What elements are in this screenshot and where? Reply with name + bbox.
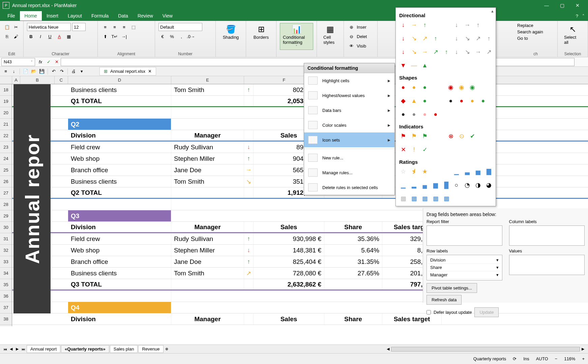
hscrollbar[interactable] (391, 347, 580, 352)
defer-layout-checkbox[interactable] (427, 310, 431, 314)
report-filter-area[interactable] (427, 225, 502, 246)
iconset-3stars[interactable]: ☆⯨★ (399, 168, 450, 176)
close-button[interactable]: ✕ (570, 0, 585, 11)
iconset-5arrows-gray[interactable]: ↓↘→↗↑ (452, 48, 496, 56)
cf-delete-rules[interactable]: Delete rules in selected cells (304, 180, 394, 195)
status-refresh-icon[interactable]: ⟳ (513, 356, 517, 361)
undo-icon[interactable]: ↶ (50, 68, 57, 75)
cf-highest-lowest[interactable]: Highest/lowest values▶ (304, 88, 394, 103)
iconset-5arrows-color[interactable]: ↓↘→↗↑ (399, 48, 450, 56)
format-painter-icon[interactable]: 🖌 (12, 32, 20, 40)
col-C[interactable]: C (55, 76, 68, 84)
visibility-icon[interactable]: 👁 (347, 42, 355, 50)
row-18[interactable]: 18 (0, 84, 12, 96)
iconset-4arrows-color[interactable]: ↓↘↗↑ (399, 34, 450, 42)
cf-highlight-cells[interactable]: Highlight cells▶ (304, 73, 394, 88)
col-E[interactable]: E (171, 76, 244, 84)
menu-layout[interactable]: Layout (63, 11, 87, 21)
new-icon[interactable]: 📄 (22, 68, 29, 75)
cf-new-rule[interactable]: New rule... (304, 150, 394, 165)
tab-first-icon[interactable]: ⏮ (2, 347, 8, 351)
q4-header[interactable]: Q4 (68, 302, 171, 313)
cf-manage-rules[interactable]: Manage rules... (304, 165, 394, 180)
sheet-tab-revenue[interactable]: Revenue (138, 345, 163, 353)
values-area[interactable] (509, 255, 585, 275)
select-all-button[interactable]: ↖ Select all (561, 23, 584, 47)
print-icon[interactable]: 🖨 (70, 68, 77, 75)
row-labels-area[interactable]: Division▾ Share▾ Manager▾ (427, 255, 502, 280)
iconset-3triangles[interactable]: ▼—▲ (399, 61, 450, 69)
open-icon[interactable]: 📂 (30, 68, 37, 75)
tab-prev-icon[interactable]: ◀ (8, 347, 14, 351)
cell-e18[interactable]: Tom Smith (171, 84, 244, 95)
iconset-3symbols-circled[interactable]: ⊗⊙✔ (447, 132, 492, 140)
row-38[interactable]: 38 (0, 313, 12, 325)
col-D[interactable]: D (68, 76, 171, 84)
sort-icon[interactable]: ▾ (78, 68, 85, 75)
goto-link[interactable]: Go to (517, 36, 528, 41)
iconset-3signs[interactable]: ◆▲● (399, 97, 445, 105)
delete-cells-icon[interactable]: ⊖ (347, 32, 355, 40)
cancel-icon[interactable]: ✕ (53, 58, 61, 66)
wrap-text-icon[interactable]: T↵ (111, 32, 119, 40)
cell-d19[interactable]: Q1 TOTAL (68, 96, 171, 106)
toggle-icon[interactable]: ≡ (2, 68, 9, 75)
shading-button[interactable]: 🪣 Shading (219, 23, 242, 41)
pivot-settings-button[interactable]: Pivot table settings... (427, 283, 477, 293)
row-26[interactable]: 26 (0, 176, 12, 187)
highlight-button[interactable]: ▦ (65, 32, 73, 40)
sheet-tab-annual[interactable]: Annual report (27, 345, 60, 353)
conditional-formatting-button[interactable]: 📊 Conditional formatting ˅ (280, 23, 313, 50)
zoom-out-icon[interactable]: − (555, 356, 558, 361)
insert-cells-icon[interactable]: ⊕ (347, 23, 355, 31)
iconset-3flags[interactable]: ⚑⚑⚑ (399, 132, 445, 140)
bold-button[interactable]: B (27, 32, 35, 40)
row-37[interactable]: 37 (0, 302, 12, 313)
cf-color-scales[interactable]: Color scales▶ (304, 118, 394, 132)
align-center-icon[interactable]: ≡ (111, 23, 119, 31)
minimize-button[interactable]: — (539, 0, 554, 11)
iconset-3traffic-rimmed[interactable]: ◉◉◉ (447, 83, 492, 91)
row-33[interactable]: 33 (0, 256, 12, 268)
document-tab[interactable]: ⊞ Annual report.xlsx ✕ (99, 67, 156, 75)
italic-button[interactable]: I (36, 32, 45, 40)
iconset-3arrows-color[interactable]: ↓→↑ (399, 21, 450, 29)
underline-button[interactable]: U (46, 32, 54, 40)
row-27[interactable]: 27 (0, 187, 12, 199)
row-19[interactable]: 19 (0, 96, 12, 107)
cell-d18[interactable]: Business clients (68, 84, 171, 95)
cell-styles-button[interactable]: ▦ Cell styles (320, 23, 340, 47)
menu-view[interactable]: View (158, 11, 177, 21)
col-B[interactable]: B (20, 76, 55, 84)
row-31[interactable]: 31 (0, 233, 12, 245)
ribbon-collapse-icon[interactable]: ˄ (582, 13, 585, 19)
borders-button[interactable]: ⊞ Borders (249, 23, 273, 41)
accept-icon[interactable]: ✓ (45, 58, 53, 66)
align-left-icon[interactable]: ≡ (101, 23, 109, 31)
down-icon[interactable]: ↓ (10, 68, 18, 75)
chevron-down-icon[interactable]: ▾ (496, 257, 499, 263)
q2-header[interactable]: Q2 (68, 119, 171, 130)
tab-last-icon[interactable]: ⏭ (20, 347, 26, 351)
cf-data-bars[interactable]: Data bars▶ (304, 103, 394, 118)
sheet-tab-quarterly[interactable]: «Quarterly reports» (61, 345, 109, 353)
iconset-5ratings[interactable]: ▁▂▄▆█ (399, 181, 450, 189)
q2-col-division[interactable]: Division (68, 130, 171, 141)
col-A[interactable]: A (12, 76, 20, 84)
q2-col-manager[interactable]: Manager (171, 130, 244, 141)
iconset-5quarters[interactable]: ○◔◑◕● (452, 181, 496, 189)
currency-icon[interactable]: € (158, 32, 167, 40)
iconset-5boxes[interactable]: ▩▩▩▩▩ (399, 194, 450, 203)
column-labels-area[interactable] (509, 225, 585, 246)
iconset-4ratings[interactable]: ▁▃▅▇ (452, 168, 496, 176)
font-name-input[interactable] (27, 23, 71, 31)
menu-review[interactable]: Review (133, 11, 158, 21)
help-icon[interactable]: ? (576, 13, 578, 19)
comma-icon[interactable]: , (177, 32, 185, 40)
row-21[interactable]: 21 (0, 119, 12, 130)
chevron-down-icon[interactable]: ▾ (496, 272, 499, 277)
iconset-4traffic[interactable]: ●●●● (447, 97, 492, 105)
search-again-link[interactable]: Search again (517, 29, 543, 34)
row-32[interactable]: 32 (0, 245, 12, 256)
row-35[interactable]: 35 (0, 279, 12, 291)
